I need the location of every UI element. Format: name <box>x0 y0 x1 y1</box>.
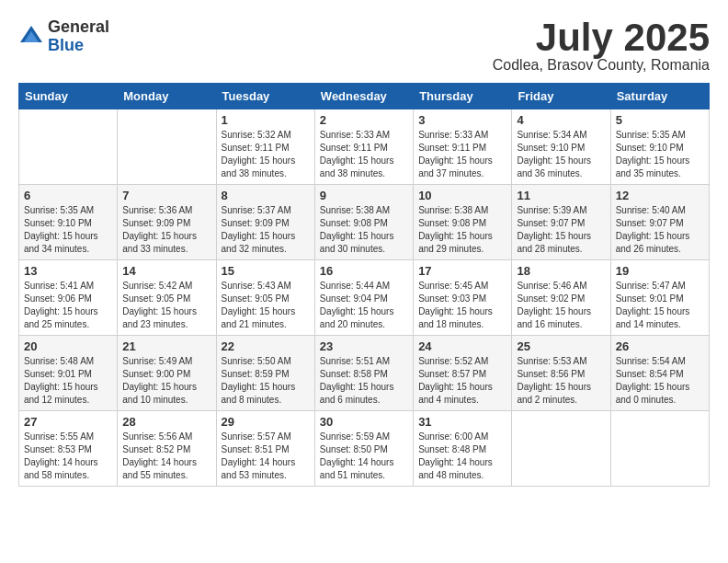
calendar-cell: 31Sunrise: 6:00 AM Sunset: 8:48 PM Dayli… <box>414 411 512 487</box>
day-info: Sunrise: 5:33 AM Sunset: 9:11 PM Dayligh… <box>320 129 408 180</box>
calendar-cell <box>610 411 709 487</box>
day-info: Sunrise: 5:48 AM Sunset: 9:01 PM Dayligh… <box>24 355 112 407</box>
calendar-cell: 22Sunrise: 5:50 AM Sunset: 8:59 PM Dayli… <box>216 336 314 411</box>
day-number: 24 <box>418 339 506 353</box>
day-number: 19 <box>616 264 704 278</box>
day-info: Sunrise: 5:36 AM Sunset: 9:09 PM Dayligh… <box>122 204 210 256</box>
day-number: 3 <box>418 113 506 127</box>
calendar-cell: 25Sunrise: 5:53 AM Sunset: 8:56 PM Dayli… <box>512 336 610 411</box>
day-info: Sunrise: 5:59 AM Sunset: 8:50 PM Dayligh… <box>320 431 408 482</box>
day-number: 14 <box>122 264 210 278</box>
calendar-header: SundayMondayTuesdayWednesdayThursdayFrid… <box>19 84 710 109</box>
calendar-cell <box>118 109 216 185</box>
day-number: 23 <box>320 339 408 353</box>
calendar-cell: 8Sunrise: 5:37 AM Sunset: 9:09 PM Daylig… <box>216 185 314 260</box>
calendar-cell: 27Sunrise: 5:55 AM Sunset: 8:53 PM Dayli… <box>19 411 118 487</box>
day-info: Sunrise: 5:37 AM Sunset: 9:09 PM Dayligh… <box>222 204 310 256</box>
day-info: Sunrise: 5:53 AM Sunset: 8:56 PM Dayligh… <box>517 355 605 407</box>
calendar-cell: 10Sunrise: 5:38 AM Sunset: 9:08 PM Dayli… <box>414 185 512 260</box>
calendar-cell: 26Sunrise: 5:54 AM Sunset: 8:54 PM Dayli… <box>610 336 709 411</box>
day-number: 11 <box>517 189 605 202</box>
day-info: Sunrise: 5:52 AM Sunset: 8:57 PM Dayligh… <box>418 355 506 407</box>
day-info: Sunrise: 5:41 AM Sunset: 9:06 PM Dayligh… <box>24 280 112 331</box>
logo: General Blue <box>18 18 109 55</box>
day-info: Sunrise: 5:38 AM Sunset: 9:08 PM Dayligh… <box>418 204 506 256</box>
day-info: Sunrise: 5:46 AM Sunset: 9:02 PM Dayligh… <box>517 280 605 331</box>
calendar-cell: 9Sunrise: 5:38 AM Sunset: 9:08 PM Daylig… <box>314 185 413 260</box>
calendar-cell: 4Sunrise: 5:34 AM Sunset: 9:10 PM Daylig… <box>512 109 610 185</box>
day-number: 8 <box>222 189 310 202</box>
weekday-header: Sunday <box>19 84 118 109</box>
day-info: Sunrise: 5:42 AM Sunset: 9:05 PM Dayligh… <box>122 280 210 331</box>
calendar-body: 1Sunrise: 5:32 AM Sunset: 9:11 PM Daylig… <box>19 109 710 487</box>
day-number: 6 <box>24 189 112 202</box>
day-number: 9 <box>320 189 408 202</box>
day-info: Sunrise: 5:35 AM Sunset: 9:10 PM Dayligh… <box>24 204 112 256</box>
logo-general: General <box>48 18 109 37</box>
day-number: 13 <box>24 264 112 278</box>
calendar-cell: 28Sunrise: 5:56 AM Sunset: 8:52 PM Dayli… <box>118 411 216 487</box>
day-number: 12 <box>616 189 704 202</box>
calendar-cell <box>19 109 118 185</box>
day-info: Sunrise: 5:51 AM Sunset: 8:58 PM Dayligh… <box>320 355 408 407</box>
logo-icon <box>18 24 44 50</box>
calendar-cell: 16Sunrise: 5:44 AM Sunset: 9:04 PM Dayli… <box>314 260 413 336</box>
day-number: 7 <box>122 189 210 202</box>
calendar-week-row: 20Sunrise: 5:48 AM Sunset: 9:01 PM Dayli… <box>19 336 710 411</box>
location: Codlea, Brasov County, Romania <box>493 57 710 74</box>
day-info: Sunrise: 5:57 AM Sunset: 8:51 PM Dayligh… <box>222 431 310 482</box>
day-info: Sunrise: 5:47 AM Sunset: 9:01 PM Dayligh… <box>616 280 704 331</box>
weekday-header: Friday <box>512 84 610 109</box>
calendar-cell: 15Sunrise: 5:43 AM Sunset: 9:05 PM Dayli… <box>216 260 314 336</box>
title-block: July 2025 Codlea, Brasov County, Romania <box>493 18 710 74</box>
calendar-cell: 6Sunrise: 5:35 AM Sunset: 9:10 PM Daylig… <box>19 185 118 260</box>
day-info: Sunrise: 5:34 AM Sunset: 9:10 PM Dayligh… <box>517 129 605 180</box>
calendar-cell: 21Sunrise: 5:49 AM Sunset: 9:00 PM Dayli… <box>118 336 216 411</box>
calendar-cell: 19Sunrise: 5:47 AM Sunset: 9:01 PM Dayli… <box>610 260 709 336</box>
day-number: 21 <box>122 339 210 353</box>
day-number: 31 <box>418 415 506 429</box>
day-info: Sunrise: 5:39 AM Sunset: 9:07 PM Dayligh… <box>517 204 605 256</box>
day-info: Sunrise: 5:44 AM Sunset: 9:04 PM Dayligh… <box>320 280 408 331</box>
day-info: Sunrise: 6:00 AM Sunset: 8:48 PM Dayligh… <box>418 431 506 482</box>
day-number: 10 <box>418 189 506 202</box>
calendar-cell: 11Sunrise: 5:39 AM Sunset: 9:07 PM Dayli… <box>512 185 610 260</box>
calendar-cell: 13Sunrise: 5:41 AM Sunset: 9:06 PM Dayli… <box>19 260 118 336</box>
day-number: 30 <box>320 415 408 429</box>
weekday-header: Wednesday <box>314 84 413 109</box>
day-number: 29 <box>222 415 310 429</box>
weekday-header: Monday <box>118 84 216 109</box>
calendar-cell: 17Sunrise: 5:45 AM Sunset: 9:03 PM Dayli… <box>414 260 512 336</box>
day-number: 4 <box>517 113 605 127</box>
calendar-cell: 30Sunrise: 5:59 AM Sunset: 8:50 PM Dayli… <box>314 411 413 487</box>
day-number: 16 <box>320 264 408 278</box>
calendar-cell: 20Sunrise: 5:48 AM Sunset: 9:01 PM Dayli… <box>19 336 118 411</box>
day-number: 20 <box>24 339 112 353</box>
calendar-table: SundayMondayTuesdayWednesdayThursdayFrid… <box>18 83 710 487</box>
day-info: Sunrise: 5:50 AM Sunset: 8:59 PM Dayligh… <box>222 355 310 407</box>
day-number: 22 <box>222 339 310 353</box>
weekday-header: Saturday <box>610 84 709 109</box>
day-info: Sunrise: 5:45 AM Sunset: 9:03 PM Dayligh… <box>418 280 506 331</box>
day-info: Sunrise: 5:35 AM Sunset: 9:10 PM Dayligh… <box>616 129 704 180</box>
calendar-week-row: 27Sunrise: 5:55 AM Sunset: 8:53 PM Dayli… <box>19 411 710 487</box>
calendar-cell: 1Sunrise: 5:32 AM Sunset: 9:11 PM Daylig… <box>216 109 314 185</box>
logo-text: General Blue <box>48 18 109 55</box>
day-info: Sunrise: 5:49 AM Sunset: 9:00 PM Dayligh… <box>122 355 210 407</box>
calendar-cell: 7Sunrise: 5:36 AM Sunset: 9:09 PM Daylig… <box>118 185 216 260</box>
calendar-week-row: 1Sunrise: 5:32 AM Sunset: 9:11 PM Daylig… <box>19 109 710 185</box>
day-info: Sunrise: 5:55 AM Sunset: 8:53 PM Dayligh… <box>24 431 112 482</box>
page-header: General Blue July 2025 Codlea, Brasov Co… <box>18 18 710 74</box>
calendar-cell: 3Sunrise: 5:33 AM Sunset: 9:11 PM Daylig… <box>414 109 512 185</box>
day-info: Sunrise: 5:43 AM Sunset: 9:05 PM Dayligh… <box>222 280 310 331</box>
calendar-cell: 23Sunrise: 5:51 AM Sunset: 8:58 PM Dayli… <box>314 336 413 411</box>
day-number: 28 <box>122 415 210 429</box>
weekday-header: Tuesday <box>216 84 314 109</box>
calendar-cell: 29Sunrise: 5:57 AM Sunset: 8:51 PM Dayli… <box>216 411 314 487</box>
day-number: 5 <box>616 113 704 127</box>
day-info: Sunrise: 5:38 AM Sunset: 9:08 PM Dayligh… <box>320 204 408 256</box>
day-number: 17 <box>418 264 506 278</box>
day-info: Sunrise: 5:40 AM Sunset: 9:07 PM Dayligh… <box>616 204 704 256</box>
day-number: 26 <box>616 339 704 353</box>
day-info: Sunrise: 5:33 AM Sunset: 9:11 PM Dayligh… <box>418 129 506 180</box>
